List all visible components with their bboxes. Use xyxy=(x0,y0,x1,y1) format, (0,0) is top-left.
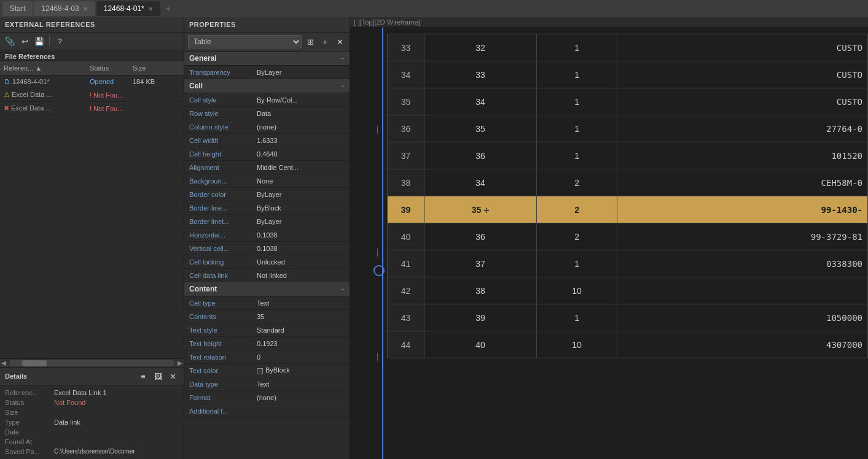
prop-text-style: Text style Standard xyxy=(184,323,350,337)
props-icon-3[interactable]: ✕ xyxy=(334,36,346,48)
section-general[interactable]: General − xyxy=(184,52,350,66)
table-row: 37361101520 xyxy=(388,142,868,169)
h-scroll-thumb[interactable] xyxy=(22,360,47,366)
prop-cell-width: Cell width 1.6333 xyxy=(184,134,350,147)
prop-label-cell-style: Cell style xyxy=(189,96,257,104)
tab-12468-4-03[interactable]: 12468-4-03 ✕ xyxy=(34,1,95,16)
prop-label-cell-width: Cell width xyxy=(189,137,257,144)
tab-bar: Start 12468-4-03 ✕ 12468-4-01* ✕ + xyxy=(0,0,868,17)
prop-label-text-style: Text style xyxy=(189,326,257,334)
table-cell-col2: 1 xyxy=(537,250,617,277)
viewport-content[interactable]: │ │ │ 33321CUSTO34331CUSTO35341CUSTO3635… xyxy=(350,28,868,459)
details-row-status: Status Not Found xyxy=(0,398,184,407)
prop-value-text-style: Standard xyxy=(257,326,345,334)
props-icon-1[interactable]: ⊞ xyxy=(304,36,316,48)
details-content: Referenc... Excel Data Link 1 Status Not… xyxy=(0,385,184,459)
prop-transparency: Transparency ByLayer xyxy=(184,66,350,79)
prop-label-contents: Contents xyxy=(189,313,257,320)
excel-icon-2: ✖ xyxy=(4,104,11,112)
prop-value-cell-height: 0.4640 xyxy=(257,150,345,158)
cursor-marker-1: │ xyxy=(376,126,380,133)
tab-12468-4-03-label: 12468-4-03 xyxy=(41,4,79,13)
file-references-table: File References Referen... ▲ Status Size… xyxy=(0,50,184,358)
toolbar-sep-1 xyxy=(49,36,50,46)
refs-row-0[interactable]: 🗋 12468-4-01* Opened 184 KB xyxy=(0,75,184,88)
table-cell-col2: 10 xyxy=(537,331,617,358)
tab-start-label: Start xyxy=(10,4,25,13)
table-cell-rownum: 39 xyxy=(388,196,424,223)
prop-border-color: Border color ByLayer xyxy=(184,188,350,201)
details-row-reference: Referenc... Excel Data Link 1 xyxy=(0,388,184,398)
section-cell[interactable]: Cell − xyxy=(184,79,350,93)
prop-label-border-linet: Border linet... xyxy=(189,218,257,225)
details-image-icon[interactable]: 🖼 xyxy=(152,370,164,382)
details-row-savedpath: Saved Pa... C:\Users\dsorenson\Documer xyxy=(0,447,184,457)
details-row-type: Type Data link xyxy=(0,417,184,427)
help-icon[interactable]: ? xyxy=(53,35,66,47)
details-header: Details ≡ 🖼 ✕ xyxy=(0,368,184,385)
refs-col-status[interactable]: Status xyxy=(86,63,129,73)
table-cell-col1: 32 xyxy=(424,34,537,61)
details-list-icon[interactable]: ≡ xyxy=(137,370,149,382)
file-references-label: File References xyxy=(0,50,184,61)
table-cell-col1: 35 xyxy=(424,115,537,142)
prop-cell-locking: Cell locking Unlocked xyxy=(184,255,350,269)
refs-row-1[interactable]: ⚠ Excel Data ... ! Not Fou... xyxy=(0,88,184,102)
h-scroll-track[interactable] xyxy=(10,360,174,366)
refs-cell-size-0: 184 KB xyxy=(129,77,166,87)
cursor-marker-2: │ xyxy=(376,249,380,256)
section-content[interactable]: Content − xyxy=(184,282,350,296)
details-title: Details xyxy=(5,372,27,380)
attach-icon[interactable]: 📎 xyxy=(4,35,16,47)
main-area: EXTERNAL REFERENCES 📎 ↩ 💾 ? File Referen… xyxy=(0,17,868,459)
prop-label-cell-locking: Cell locking xyxy=(189,258,257,266)
refs-col-name[interactable]: Referen... ▲ xyxy=(0,63,86,73)
tab-12468-4-01[interactable]: 12468-4-01* ✕ xyxy=(96,1,160,16)
prop-text-color: Text color ByBlock xyxy=(184,364,350,377)
tab-12468-4-01-close[interactable]: ✕ xyxy=(148,6,153,12)
table-cell-rownum: 43 xyxy=(388,304,424,331)
props-icon-2[interactable]: + xyxy=(319,36,331,48)
cad-table: 33321CUSTO34331CUSTO35341CUSTO3635127764… xyxy=(387,34,868,459)
refs-cell-status-1: ! Not Fou... xyxy=(86,90,129,100)
table-cell-col2: 1 xyxy=(537,34,617,61)
prop-value-text-height: 0.1923 xyxy=(257,340,345,347)
undo-icon[interactable]: ↩ xyxy=(18,35,31,47)
refs-header: Referen... ▲ Status Size xyxy=(0,61,184,75)
left-panel: EXTERNAL REFERENCES 📎 ↩ 💾 ? File Referen… xyxy=(0,17,184,459)
details-label-type: Type xyxy=(5,418,54,426)
prop-value-vertical-cell: 0.1038 xyxy=(257,245,345,252)
table-cell-rownum: 33 xyxy=(388,34,424,61)
tab-add-button[interactable]: + xyxy=(162,2,175,15)
save-icon[interactable]: 💾 xyxy=(33,35,45,47)
prop-label-text-rotation: Text rotation xyxy=(189,353,257,361)
details-value-size xyxy=(54,409,179,416)
table-cell-col1: 40 xyxy=(424,331,537,358)
tab-start[interactable]: Start xyxy=(2,1,33,16)
prop-text-height: Text height 0.1923 xyxy=(184,337,350,350)
props-type-select[interactable]: Table xyxy=(188,35,302,48)
details-close-icon[interactable]: ✕ xyxy=(166,370,179,382)
scroll-right-arrow[interactable]: ▶ xyxy=(176,360,184,366)
details-value-reference: Excel Data Link 1 xyxy=(54,389,179,396)
table-cell-col2: 2 xyxy=(537,169,617,196)
prop-value-cell-locking: Unlocked xyxy=(257,258,345,266)
refs-row-2[interactable]: ✖ Excel Data ... ! Not Fou... xyxy=(0,102,184,115)
details-row-size: Size xyxy=(0,407,184,417)
table-cell-rownum: 40 xyxy=(388,223,424,250)
refs-col-size[interactable]: Size xyxy=(129,63,166,73)
prop-value-background: None xyxy=(257,177,345,185)
prop-contents: Contents 35 xyxy=(184,310,350,323)
details-label-date: Date xyxy=(5,428,54,436)
h-scrollbar[interactable]: ◀ ▶ xyxy=(0,358,184,367)
table-cell-col3: 1050000 xyxy=(617,304,868,331)
section-cell-title: Cell xyxy=(189,82,203,90)
tab-12468-4-03-close[interactable]: ✕ xyxy=(83,6,88,12)
scroll-left-arrow[interactable]: ◀ xyxy=(0,360,7,366)
details-value-date xyxy=(54,428,179,436)
details-label-size: Size xyxy=(5,409,54,416)
table-cell-col2: 2 xyxy=(537,223,617,250)
prop-value-cell-type: Text xyxy=(257,299,345,307)
prop-label-border-color: Border color xyxy=(189,191,257,198)
table-cell-col3: 4307000 xyxy=(617,331,868,358)
